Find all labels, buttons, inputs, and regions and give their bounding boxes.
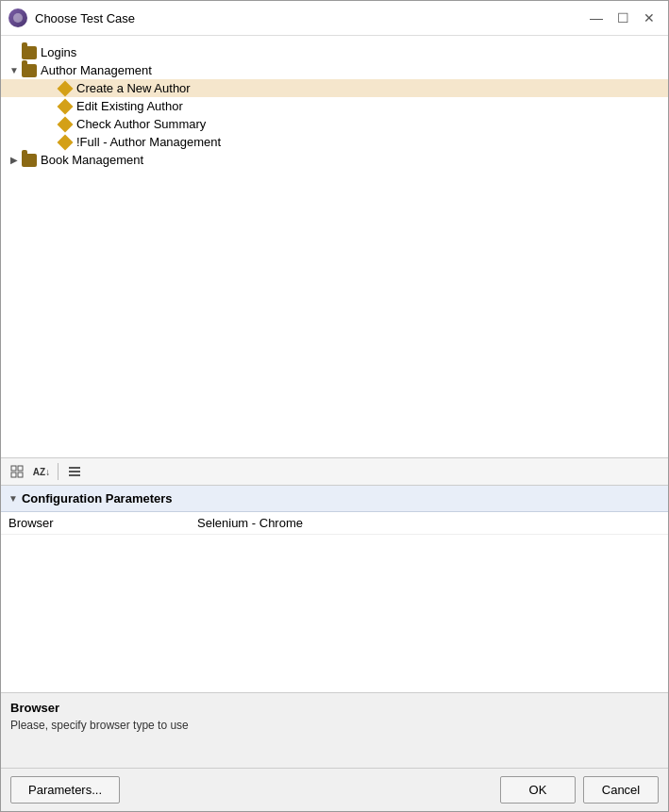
svg-rect-5 <box>69 471 80 472</box>
title-controls: — ☐ ✕ <box>585 7 661 29</box>
config-parameters-area: ▼ Configuration Parameters Browser Selen… <box>1 486 668 693</box>
toolbar-list-button[interactable] <box>64 461 85 482</box>
label-logins: Logins <box>41 45 76 59</box>
tree-item-full-author-management[interactable]: !Full - Author Management <box>1 133 668 151</box>
svg-rect-2 <box>11 472 16 477</box>
label-full-author-management: !Full - Author Management <box>76 135 221 149</box>
label-create-new-author: Create a New Author <box>76 81 191 95</box>
tree-item-book-management[interactable]: Book Management <box>1 151 668 169</box>
svg-rect-0 <box>11 466 16 471</box>
choose-test-case-window: Choose Test Case — ☐ ✕ Logins Author Man… <box>0 0 669 812</box>
title-bar: Choose Test Case — ☐ ✕ <box>1 1 668 36</box>
grid-icon <box>10 465 24 478</box>
label-edit-existing-author: Edit Existing Author <box>76 99 183 113</box>
cancel-button[interactable]: Cancel <box>583 776 659 804</box>
config-row-browser[interactable]: Browser Selenium - Chrome <box>1 512 668 535</box>
config-key-browser: Browser <box>8 516 197 530</box>
tree-item-create-new-author[interactable]: Create a New Author <box>1 79 668 97</box>
svg-rect-3 <box>18 472 23 477</box>
config-section-label: Configuration Parameters <box>22 491 173 505</box>
arrow-author-management <box>8 65 20 76</box>
config-collapse-arrow[interactable]: ▼ <box>8 493 18 504</box>
tree-item-check-author-summary[interactable]: Check Author Summary <box>1 115 668 133</box>
label-book-management: Book Management <box>41 153 143 167</box>
list-icon <box>68 465 81 478</box>
label-author-management: Author Management <box>41 63 152 77</box>
tree-item-logins[interactable]: Logins <box>1 43 668 61</box>
config-toolbar: AZ↓ <box>1 458 668 486</box>
minimize-button[interactable]: — <box>585 7 608 29</box>
maximize-button[interactable]: ☐ <box>611 7 634 29</box>
diamond-icon-full-author-management <box>58 134 74 150</box>
tree-item-author-management[interactable]: Author Management <box>1 61 668 79</box>
button-bar: Parameters... OK Cancel <box>1 769 668 811</box>
toolbar-divider <box>58 463 59 480</box>
config-header: ▼ Configuration Parameters <box>1 486 668 512</box>
folder-icon-author-management <box>22 64 37 77</box>
diamond-icon-create-new-author <box>58 80 74 96</box>
parameters-button[interactable]: Parameters... <box>10 776 120 804</box>
arrow-book-management <box>8 155 20 166</box>
config-table: Browser Selenium - Chrome <box>1 512 668 692</box>
app-icon <box>8 8 27 27</box>
diamond-icon-edit-existing-author <box>58 98 74 114</box>
label-check-author-summary: Check Author Summary <box>76 117 206 131</box>
window-title: Choose Test Case <box>35 11 577 25</box>
info-area: Browser Please, specify browser type to … <box>1 693 668 769</box>
toolbar-sort-button[interactable]: AZ↓ <box>31 461 52 482</box>
info-title: Browser <box>10 701 659 715</box>
test-case-tree: Logins Author Management Create a New Au… <box>1 36 668 458</box>
tree-item-edit-existing-author[interactable]: Edit Existing Author <box>1 97 668 115</box>
diamond-icon-check-author-summary <box>58 116 74 132</box>
ok-button[interactable]: OK <box>500 776 576 804</box>
toolbar-grid-button[interactable] <box>7 461 27 482</box>
svg-rect-4 <box>69 467 80 469</box>
info-description: Please, specify browser type to use <box>10 719 659 732</box>
folder-icon-logins <box>22 46 37 59</box>
close-button[interactable]: ✕ <box>638 7 661 29</box>
svg-rect-1 <box>18 466 23 471</box>
svg-rect-6 <box>69 474 80 476</box>
config-value-browser: Selenium - Chrome <box>197 516 661 530</box>
folder-icon-book-management <box>22 154 37 167</box>
